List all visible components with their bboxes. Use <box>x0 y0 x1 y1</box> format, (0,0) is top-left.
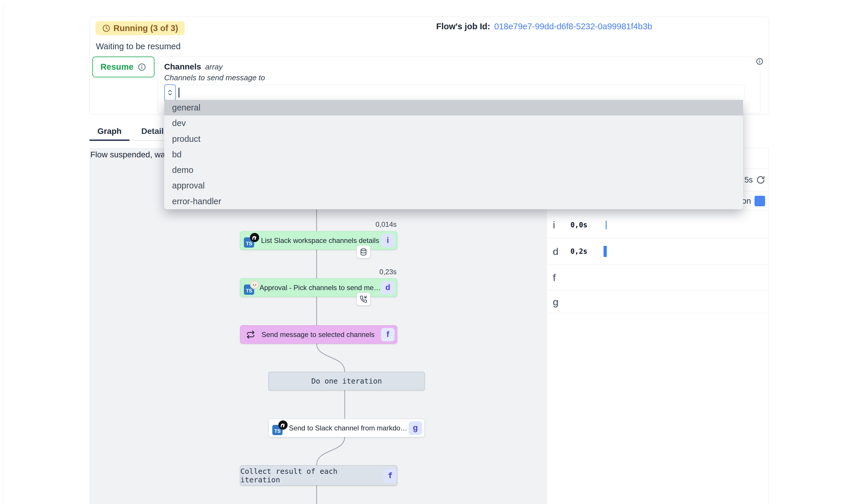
channels-options-dropdown: general dev product bd demo approval err… <box>164 100 743 209</box>
parameter-type: array <box>205 62 223 71</box>
step-timing: 0,23s <box>240 268 396 276</box>
node-list-slack-channels[interactable]: TS List Slack workspace channels details… <box>240 231 397 250</box>
blue-checkbox-indicator[interactable] <box>754 196 765 206</box>
refresh-icon[interactable] <box>756 176 765 184</box>
node-label: Send message to selected channels <box>255 330 381 339</box>
step-duration: 0,2s <box>570 247 587 255</box>
step-id: g <box>547 296 566 308</box>
step-timing: 0,014s <box>240 220 396 229</box>
duration-partial-text: 5s <box>744 176 753 185</box>
flow-run-page: Flow suspended, wa 0,014s TS List Slack … <box>0 0 853 504</box>
job-id-label: Flow's job Id: <box>436 22 490 31</box>
node-send-to-slack-markdown[interactable]: TS Send to Slack channel from markdo… g <box>268 419 425 437</box>
node-do-one-iteration[interactable]: Do one iteration <box>268 372 425 390</box>
node-label: List Slack workspace channels details <box>259 236 381 245</box>
repeat-icon <box>246 330 255 339</box>
deno-logo-icon <box>279 420 287 430</box>
step-row-i[interactable]: i 0,0s <box>547 212 768 238</box>
dropdown-option-product[interactable]: product <box>164 131 743 147</box>
node-label: Collect result of each iteration <box>241 467 377 484</box>
dropdown-option-dev[interactable]: dev <box>164 115 743 131</box>
dropdown-option-error-handler[interactable]: error-handler <box>164 194 743 209</box>
node-forloop-send-message[interactable]: Send message to selected channels f <box>240 325 397 344</box>
waiting-text: Waiting to be resumed <box>96 42 181 51</box>
job-id-link[interactable]: 018e79e7-99dd-d6f8-5232-0a99981f4b3b <box>494 22 652 31</box>
dropdown-option-general[interactable]: general <box>164 100 743 115</box>
duration-bar <box>606 221 607 230</box>
tab-graph[interactable]: Graph <box>89 127 129 140</box>
step-id-badge: i <box>381 234 394 247</box>
typescript-icon: TS <box>244 233 259 248</box>
flow-suspended-banner: Flow suspended, wa <box>90 150 165 159</box>
step-id: i <box>547 219 566 231</box>
clock-icon <box>102 24 110 33</box>
checkbox-partial-text: on <box>742 196 751 206</box>
info-icon[interactable] <box>138 63 146 72</box>
step-id: d <box>547 246 566 257</box>
node-label: Send to Slack channel from markdo… <box>287 424 409 432</box>
step-id-badge: f <box>381 328 394 341</box>
typescript-icon: TS <box>244 280 259 295</box>
resume-button[interactable]: Resume <box>92 57 155 77</box>
step-row-g[interactable]: g <box>547 291 768 313</box>
resume-button-label: Resume <box>101 62 134 72</box>
node-label: Do one iteration <box>311 377 382 385</box>
cached-result-indicator <box>356 245 371 258</box>
parameter-description: Channels to send message to <box>164 73 265 82</box>
step-id: f <box>547 272 566 283</box>
node-collect-results[interactable]: Collect result of each iteration f <box>240 465 397 486</box>
phone-incoming-icon <box>360 295 367 303</box>
suspend-indicator <box>356 292 371 306</box>
step-id-badge: d <box>381 281 394 294</box>
typescript-icon: TS <box>272 420 287 436</box>
text-caret <box>178 88 179 97</box>
status-badge-label: Running (3 of 3) <box>113 23 178 33</box>
dropdown-option-demo[interactable]: demo <box>164 162 743 178</box>
chevron-updown-icon <box>167 89 173 96</box>
step-duration: 0,0s <box>570 221 587 229</box>
database-icon <box>360 248 367 256</box>
node-approval-pick-channels[interactable]: TS Approval - Pick channels to send me… … <box>240 278 397 297</box>
parameter-name: Channels <box>164 62 201 71</box>
info-icon[interactable] <box>756 57 764 65</box>
step-id-badge: g <box>409 421 422 435</box>
step-row-f[interactable]: f <box>547 265 768 291</box>
status-badge: Running (3 of 3) <box>95 21 185 35</box>
job-id-row: Flow's job Id: 018e79e7-99dd-d6f8-5232-0… <box>436 22 652 31</box>
node-label: Approval - Pick channels to send me… <box>259 284 381 292</box>
channels-input[interactable] <box>164 85 745 101</box>
dropdown-option-approval[interactable]: approval <box>164 178 743 193</box>
duration-bar <box>604 246 607 257</box>
parameter-title: Channelsarray <box>164 62 223 72</box>
type-selector-button[interactable] <box>164 84 176 101</box>
step-id-badge: f <box>384 469 397 482</box>
deno-logo-icon <box>250 233 259 242</box>
bun-logo-icon <box>250 280 259 289</box>
dropdown-option-bd[interactable]: bd <box>164 147 743 162</box>
step-row-d[interactable]: d 0,2s <box>547 238 768 265</box>
tab-graph-active-indicator <box>89 140 129 141</box>
